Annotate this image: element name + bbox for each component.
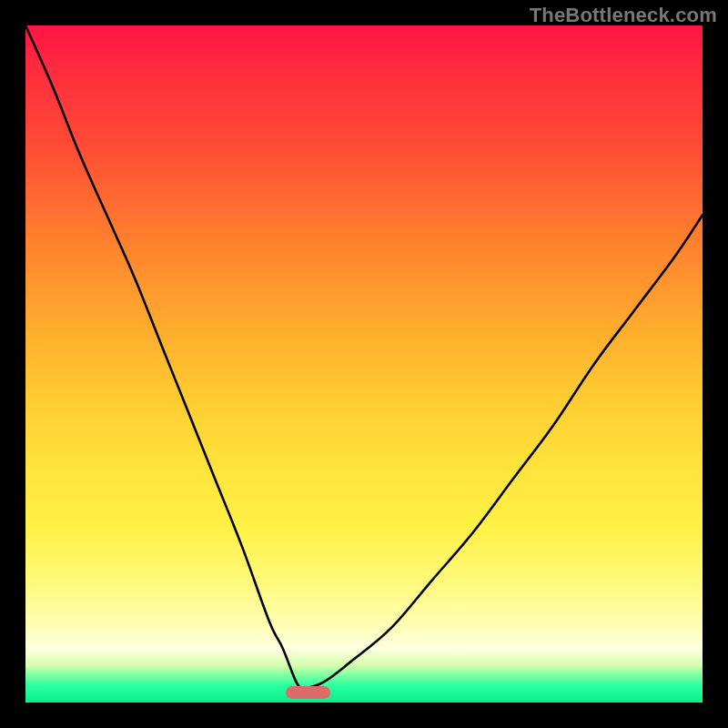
chart-frame: TheBottleneck.com [0, 0, 728, 728]
plot-area [25, 25, 703, 703]
curve-layer [25, 25, 703, 703]
min-bar [286, 686, 329, 699]
watermark-text: TheBottleneck.com [530, 4, 717, 27]
right-curve [303, 215, 703, 689]
left-curve [25, 25, 303, 689]
